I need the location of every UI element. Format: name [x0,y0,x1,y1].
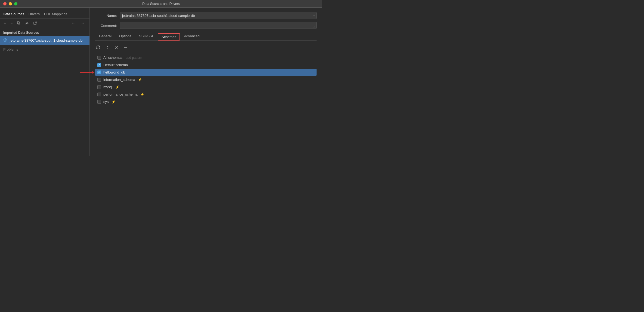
copy-button[interactable] [16,21,22,26]
checkbox-default-schema[interactable] [97,63,101,67]
expand-icon[interactable]: ⤢ [313,26,315,29]
schema-item-mysql[interactable]: mysql ⚡ [95,84,317,90]
name-label: Name: [95,14,117,18]
tab-schemas[interactable]: Schemas [158,33,180,41]
right-panel: Name: ○ Comment: ⤢ General Options SSH/S… [90,8,322,156]
schema-item-all[interactable]: All schemas add pattern [95,54,317,61]
checkbox-information-schema[interactable] [97,78,101,82]
forward-button[interactable]: → [79,20,87,26]
checkbox-helloworld[interactable] [97,71,101,74]
schema-item-sys[interactable]: sys ⚡ [95,98,317,105]
checkbox-mysql[interactable] [97,85,101,89]
left-toolbar: + − ← → [0,19,89,28]
refresh-schemas-button[interactable] [95,44,101,50]
schema-item-information[interactable]: information_schema ⚡ [95,76,317,83]
lightning-performance: ⚡ [140,93,144,96]
lightning-information: ⚡ [138,78,142,82]
main-container: Data Sources Drivers DDL Mappings + − [0,8,322,156]
datasource-label: jetbrains-387607:asia-south1:cloud-sampl… [10,38,82,42]
svg-rect-1 [17,22,19,24]
schema-item-default[interactable]: Default schema [95,62,317,68]
left-tabs-row: Data Sources Drivers DDL Mappings [0,8,89,19]
settings-button[interactable] [24,21,30,26]
config-tabs: General Options SSH/SSL Schemas Advanced [95,32,317,41]
datasource-item[interactable]: jetbrains-387607:asia-south1:cloud-sampl… [0,36,89,45]
back-button[interactable]: ← [69,20,77,26]
minimize-button[interactable] [9,2,12,5]
schema-name-default: Default schema [103,63,128,67]
schema-name-helloworld: helloworld_db [103,70,125,74]
window-title: Data Sources and Drivers [142,2,179,6]
schema-item-helloworld[interactable]: helloworld_db [95,69,317,76]
datasource-icon [2,37,8,44]
tab-advanced[interactable]: Advanced [180,32,203,40]
close-schema-button[interactable] [114,45,119,50]
schema-item-performance[interactable]: performance_schema ⚡ [95,91,317,98]
imported-sources-title: Imported Data Sources [0,28,89,36]
tab-data-sources[interactable]: Data Sources [3,12,24,18]
minus-schema-button[interactable] [123,45,128,50]
svg-rect-0 [18,22,20,24]
remove-button[interactable]: − [9,20,14,26]
comment-input-wrapper: ⤢ [120,22,317,30]
schema-toolbar [95,44,317,50]
comment-field-row: Comment: ⤢ [95,22,317,30]
title-bar: Data Sources and Drivers [0,0,322,8]
maximize-button[interactable] [14,2,17,5]
checkbox-all-schemas[interactable] [97,56,101,60]
left-panel: Data Sources Drivers DDL Mappings + − [0,8,90,156]
add-pattern-link[interactable]: add pattern [126,56,142,60]
lightning-mysql: ⚡ [115,85,119,89]
schema-name-mysql: mysql [103,85,113,89]
tab-ssh-ssl[interactable]: SSH/SSL [135,32,158,40]
name-input-icon: ○ [313,14,315,17]
problems-label: Problems [3,47,18,51]
name-input-wrapper: ○ [120,12,317,19]
schema-name-performance: performance_schema [103,92,138,96]
schema-list: All schemas add pattern Default schema h… [95,54,317,105]
problems-section: Problems [0,45,89,54]
tab-general[interactable]: General [95,32,115,40]
export-button[interactable] [32,21,38,26]
traffic-lights [3,2,17,5]
name-input[interactable] [120,12,317,19]
comment-label: Comment: [95,24,117,28]
add-button[interactable]: + [3,20,7,26]
name-field-row: Name: ○ [95,12,317,19]
lightning-sys: ⚡ [112,100,116,104]
red-arrow [79,70,94,75]
schema-name-information: information_schema [103,78,135,82]
schema-item-row-helloworld: helloworld_db [95,69,317,76]
svg-point-2 [26,23,27,24]
schema-name-all: All schemas [103,56,122,60]
close-button[interactable] [3,2,7,5]
checkbox-performance-schema[interactable] [97,93,101,96]
tab-ddl-mappings[interactable]: DDL Mappings [44,12,67,18]
tab-drivers[interactable]: Drivers [29,12,40,18]
tab-options[interactable]: Options [115,32,135,40]
updown-button[interactable] [105,45,110,50]
schema-name-sys: sys [103,100,109,104]
checkbox-sys[interactable] [97,100,101,104]
svg-marker-5 [92,71,94,74]
comment-textarea[interactable] [120,22,317,29]
